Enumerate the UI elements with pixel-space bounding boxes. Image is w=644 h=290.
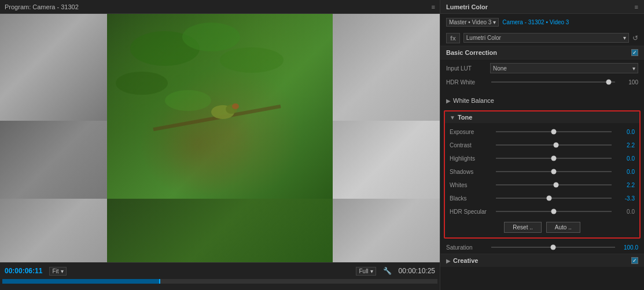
contrast-label: Contrast xyxy=(450,142,491,148)
lut-chevron-icon: ▾ xyxy=(632,65,635,72)
panel-header: Lumetri Color ≡ xyxy=(440,0,644,14)
shadows-slider[interactable] xyxy=(496,171,612,172)
svg-point-2 xyxy=(116,72,168,95)
svg-point-3 xyxy=(220,47,284,73)
exposure-row: Exposure 0.0 xyxy=(450,125,635,138)
tone-chevron-icon: ▼ xyxy=(450,114,455,121)
video-title-group: Program: Camera - 31302 xyxy=(5,3,79,10)
blacks-handle[interactable] xyxy=(547,196,552,201)
program-title: Program: Camera - 31302 xyxy=(5,3,79,10)
shadows-handle[interactable] xyxy=(551,169,557,174)
input-lut-row: Input LUT None ▾ xyxy=(446,62,638,75)
master-label: Master • Video 3 xyxy=(449,19,491,25)
video-menu-icon[interactable]: ≡ xyxy=(432,3,435,10)
vid-cell-bottom-left xyxy=(0,199,107,262)
hdr-specular-handle[interactable] xyxy=(551,209,557,214)
quality-dropdown[interactable]: Full ▾ xyxy=(356,267,376,276)
white-balance-title: White Balance xyxy=(453,97,494,104)
vid-cell-bottom-right xyxy=(333,199,440,262)
master-chevron-icon: ▾ xyxy=(493,19,496,25)
hdr-white-handle[interactable] xyxy=(606,80,612,85)
contrast-value: 2.2 xyxy=(616,142,635,148)
exposure-value: 0.0 xyxy=(616,129,635,135)
vid-cell-middle-right xyxy=(333,121,440,199)
hdr-white-row: HDR White 100 xyxy=(446,76,638,88)
saturation-handle[interactable] xyxy=(551,245,556,250)
whites-label: Whites xyxy=(450,182,491,188)
quality-chevron-icon: ▾ xyxy=(370,268,373,274)
contrast-handle[interactable] xyxy=(554,143,559,148)
saturation-row: Saturation 100.0 xyxy=(440,241,644,254)
creative-checkbox[interactable]: ✓ xyxy=(631,257,638,264)
highlights-handle[interactable] xyxy=(551,156,557,161)
video-content-svg xyxy=(107,14,333,199)
saturation-value: 100.0 xyxy=(620,244,638,251)
hdr-white-value: 100 xyxy=(620,79,638,85)
reset-button[interactable]: Reset .. xyxy=(504,222,541,233)
video-canvas xyxy=(0,14,440,262)
hdr-specular-value: 0.0 xyxy=(616,209,635,215)
svg-point-8 xyxy=(232,103,239,109)
blacks-slider[interactable] xyxy=(496,198,612,199)
basic-correction-checkbox[interactable]: ✓ xyxy=(631,49,638,56)
white-balance-header[interactable]: ▶ White Balance xyxy=(440,93,644,108)
exposure-label: Exposure xyxy=(450,129,491,135)
video-preview-panel: Program: Camera - 31302 ≡ xyxy=(0,0,440,290)
input-lut-label: Input LUT xyxy=(446,65,487,72)
basic-correction-header[interactable]: Basic Correction ✓ xyxy=(440,46,644,60)
creative-title: Creative xyxy=(453,257,631,264)
exposure-handle[interactable] xyxy=(551,129,557,135)
timeline-scrubber[interactable] xyxy=(2,279,437,284)
tone-content: Exposure 0.0 Contrast 2.2 Highlights xyxy=(445,123,639,237)
hdr-white-slider[interactable] xyxy=(491,81,615,83)
video-header: Program: Camera - 31302 ≡ xyxy=(0,0,440,14)
scrubber-handle[interactable] xyxy=(159,279,160,284)
highlights-label: Highlights xyxy=(450,155,491,162)
creative-checkbox-icon: ✓ xyxy=(632,258,637,263)
fit-chevron-icon: ▾ xyxy=(61,268,64,274)
vid-cell-top-right xyxy=(333,14,440,121)
creative-header[interactable]: ▶ Creative ✓ xyxy=(440,254,644,267)
panel-menu-icon[interactable]: ≡ xyxy=(635,3,638,10)
video-grid xyxy=(0,14,440,262)
tone-header[interactable]: ▼ Tone xyxy=(445,111,639,123)
basic-correction-content: Input LUT None ▾ HDR White 100 xyxy=(440,60,644,93)
wrench-icon[interactable]: 🔧 xyxy=(383,267,392,275)
saturation-slider[interactable] xyxy=(491,247,615,248)
contrast-row: Contrast 2.2 xyxy=(450,139,635,151)
shadows-row: Shadows 0.0 xyxy=(450,165,635,178)
hdr-white-label: HDR White xyxy=(446,79,487,85)
reset-auto-row: Reset .. Auto .. xyxy=(450,218,635,235)
clip-selector-row: Master • Video 3 ▾ Camera - 31302 • Vide… xyxy=(440,14,644,30)
blacks-row: Blacks -3.3 xyxy=(450,192,635,205)
whites-slider[interactable] xyxy=(496,184,612,185)
hdr-specular-slider[interactable] xyxy=(496,211,612,212)
blacks-value: -3.3 xyxy=(616,195,635,202)
saturation-label: Saturation xyxy=(446,244,487,251)
fx-badge: fx xyxy=(446,33,460,43)
whites-row: Whites 2.2 xyxy=(450,179,635,191)
vid-cell-middle-left xyxy=(0,121,107,199)
input-lut-dropdown[interactable]: None ▾ xyxy=(490,63,638,73)
auto-button[interactable]: Auto .. xyxy=(546,222,580,233)
lumetri-color-panel: Lumetri Color ≡ Master • Video 3 ▾ Camer… xyxy=(440,0,644,290)
shadows-label: Shadows xyxy=(450,169,491,175)
wb-chevron-icon: ▶ xyxy=(446,98,451,104)
highlights-value: 0.0 xyxy=(616,155,635,162)
exposure-slider[interactable] xyxy=(496,131,612,132)
contrast-slider[interactable] xyxy=(496,144,612,146)
whites-value: 2.2 xyxy=(616,182,635,188)
fit-dropdown[interactable]: Fit ▾ xyxy=(49,267,66,276)
tone-section: ▼ Tone Exposure 0.0 Contrast 2.2 xyxy=(444,110,641,239)
reset-effect-icon[interactable]: ↺ xyxy=(632,34,638,42)
svg-point-4 xyxy=(165,90,211,111)
highlights-slider[interactable] xyxy=(496,158,612,159)
timecode-bar: 00:00:06:11 Fit ▾ Full ▾ 🔧 00:00:10:25 xyxy=(0,263,440,279)
vid-cell-top-left xyxy=(0,14,107,121)
master-dropdown[interactable]: Master • Video 3 ▾ xyxy=(446,18,499,27)
fx-chevron-icon: ▾ xyxy=(623,35,626,41)
creative-chevron-icon: ▶ xyxy=(446,258,451,264)
fx-effect-dropdown[interactable]: Lumetri Color ▾ xyxy=(463,33,629,43)
lut-value: None xyxy=(493,65,507,72)
whites-handle[interactable] xyxy=(554,183,559,188)
